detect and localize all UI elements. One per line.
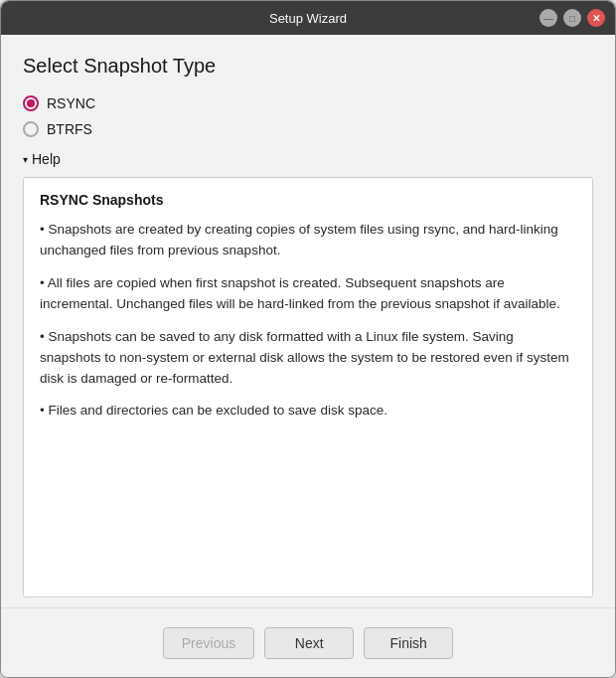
help-toggle[interactable]: ▾ Help <box>23 151 593 167</box>
help-paragraph-2: • Snapshots can be saved to any disk for… <box>40 327 576 390</box>
help-box: RSYNC Snapshots • Snapshots are created … <box>23 177 593 597</box>
help-arrow-icon: ▾ <box>23 154 28 165</box>
help-paragraph-1: • All files are copied when first snapsh… <box>40 273 576 315</box>
snapshot-type-radio-group: RSYNC BTRFS <box>23 95 593 137</box>
setup-wizard-window: Setup Wizard — □ ✕ Select Snapshot Type … <box>0 0 616 678</box>
next-button[interactable]: Next <box>264 627 354 659</box>
maximize-button[interactable]: □ <box>563 9 581 27</box>
rsync-radio-label: RSYNC <box>47 95 95 111</box>
window-title: Setup Wizard <box>269 11 347 26</box>
previous-button[interactable]: Previous <box>163 627 254 659</box>
close-button[interactable]: ✕ <box>587 9 605 27</box>
help-paragraph-0: • Snapshots are created by creating copi… <box>40 220 576 261</box>
btrfs-radio-item[interactable]: BTRFS <box>23 121 593 137</box>
help-paragraphs: • Snapshots are created by creating copi… <box>40 220 576 422</box>
page-title: Select Snapshot Type <box>23 55 593 78</box>
minimize-button[interactable]: — <box>539 9 557 27</box>
titlebar: Setup Wizard — □ ✕ <box>1 1 615 35</box>
window-controls: — □ ✕ <box>539 9 605 27</box>
footer: Previous Next Finish <box>1 607 615 677</box>
help-paragraph-3: • Files and directories can be excluded … <box>40 401 576 422</box>
help-box-title: RSYNC Snapshots <box>40 192 576 208</box>
btrfs-radio-label: BTRFS <box>47 121 92 137</box>
rsync-radio-item[interactable]: RSYNC <box>23 95 593 111</box>
finish-button[interactable]: Finish <box>364 627 453 659</box>
help-toggle-label: Help <box>32 151 61 167</box>
rsync-radio-circle[interactable] <box>23 95 39 111</box>
main-content: Select Snapshot Type RSYNC BTRFS ▾ Help … <box>1 35 615 607</box>
btrfs-radio-circle[interactable] <box>23 121 39 137</box>
